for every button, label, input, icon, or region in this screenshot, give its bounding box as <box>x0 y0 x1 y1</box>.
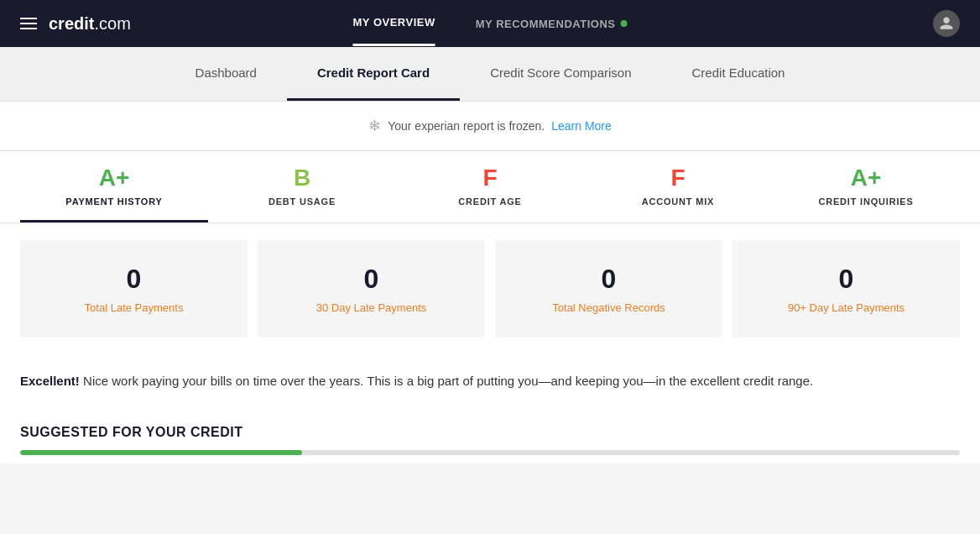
label-credit-age: CREDIT AGE <box>458 196 521 207</box>
score-tabs: A+ PAYMENT HISTORY B DEBT USAGE F CREDIT… <box>0 151 980 223</box>
stat-number-90day: 0 <box>746 264 946 295</box>
suggested-title: SUGGESTED FOR YOUR CREDIT <box>20 425 960 440</box>
nav-center: MY OVERVIEW MY RECOMMENDATIONS <box>353 1 628 46</box>
stat-number-total-late: 0 <box>34 264 234 295</box>
user-avatar[interactable] <box>933 10 960 37</box>
suggested-section: SUGGESTED FOR YOUR CREDIT <box>0 408 980 463</box>
stat-cards: 0 Total Late Payments 0 30 Day Late Paym… <box>0 223 980 354</box>
stat-card-total-late: 0 Total Late Payments <box>20 240 248 338</box>
tab-payment-history[interactable]: A+ PAYMENT HISTORY <box>20 151 208 222</box>
grade-payment-history: A+ <box>99 165 130 191</box>
sub-nav-credit-score-comparison[interactable]: Credit Score Comparison <box>460 47 661 101</box>
label-debt-usage: DEBT USAGE <box>268 196 336 207</box>
suggested-bar <box>20 450 960 455</box>
tab-credit-age[interactable]: F CREDIT AGE <box>396 151 584 222</box>
stat-card-90day: 0 90+ Day Late Payments <box>732 240 960 338</box>
grade-account-mix: F <box>670 165 685 191</box>
grade-debt-usage: B <box>294 165 310 191</box>
label-credit-inquiries: CREDIT INQUIRIES <box>818 196 913 207</box>
tab-credit-inquiries[interactable]: A+ CREDIT INQUIRIES <box>772 151 960 222</box>
user-icon <box>939 16 954 31</box>
stat-label-negative: Total Negative Records <box>508 301 709 314</box>
main-content: ❄ Your experian report is frozen. Learn … <box>0 102 980 463</box>
stat-label-90day: 90+ Day Late Payments <box>746 301 946 314</box>
description-body: Nice work paying your bills on time over… <box>80 374 813 388</box>
frozen-text: Your experian report is frozen. <box>388 119 545 133</box>
stat-label-total-late: Total Late Payments <box>34 301 234 314</box>
stat-label-30day: 30 Day Late Payments <box>271 301 472 314</box>
tab-account-mix[interactable]: F ACCOUNT MIX <box>584 151 772 222</box>
logo: credit.com <box>49 14 131 34</box>
label-account-mix: ACCOUNT MIX <box>642 196 714 207</box>
learn-more-link[interactable]: Learn More <box>551 119 612 133</box>
nav-my-overview[interactable]: MY OVERVIEW <box>353 1 435 46</box>
stat-card-negative: 0 Total Negative Records <box>495 240 722 338</box>
sub-nav: Dashboard Credit Report Card Credit Scor… <box>0 47 980 102</box>
sub-nav-credit-education[interactable]: Credit Education <box>662 47 816 101</box>
sub-nav-dashboard[interactable]: Dashboard <box>165 47 287 101</box>
label-payment-history: PAYMENT HISTORY <box>65 196 162 207</box>
grade-credit-age: F <box>482 165 497 191</box>
description-highlight: Excellent! <box>20 374 80 388</box>
grade-credit-inquiries: A+ <box>851 165 882 191</box>
stat-number-negative: 0 <box>508 264 709 295</box>
hamburger-menu[interactable] <box>20 18 37 29</box>
frozen-banner: ❄ Your experian report is frozen. Learn … <box>0 102 980 151</box>
suggested-bar-fill <box>20 450 302 455</box>
nav-my-recommendations[interactable]: MY RECOMMENDATIONS <box>476 3 628 45</box>
description-text: Excellent! Nice work paying your bills o… <box>0 354 980 408</box>
notification-dot <box>620 20 627 27</box>
top-nav: credit.com MY OVERVIEW MY RECOMMENDATION… <box>0 0 980 47</box>
nav-right <box>933 10 960 37</box>
snowflake-icon: ❄ <box>368 117 381 135</box>
stat-card-30day: 0 30 Day Late Payments <box>258 240 485 338</box>
sub-nav-credit-report-card[interactable]: Credit Report Card <box>287 47 460 101</box>
tab-debt-usage[interactable]: B DEBT USAGE <box>208 151 396 222</box>
stat-number-30day: 0 <box>271 264 472 295</box>
